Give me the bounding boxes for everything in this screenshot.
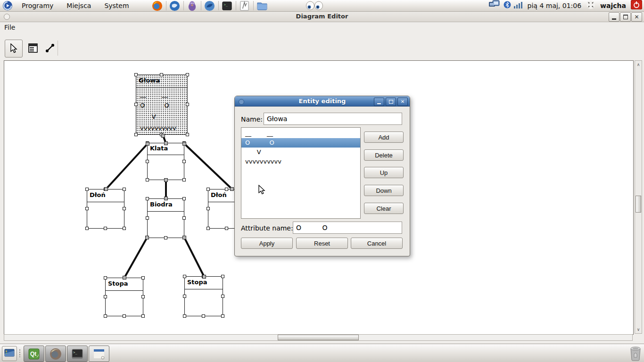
entity-klata[interactable]: Klata — [147, 143, 184, 180]
distro-menu-icon[interactable] — [2, 0, 13, 11]
selection-handle[interactable] — [85, 188, 89, 191]
selection-handle[interactable] — [160, 133, 163, 136]
entity-stopa-left[interactable]: Stopa — [105, 278, 143, 316]
selection-handle[interactable] — [146, 160, 149, 163]
selection-handle[interactable] — [104, 295, 107, 298]
selection-handle[interactable] — [164, 236, 167, 239]
menu-file[interactable]: File — [0, 22, 19, 33]
attribute-list-item[interactable]: __ __ — [241, 129, 360, 138]
dialog-minimize-button[interactable] — [374, 98, 384, 106]
task-qt-creator[interactable]: Qt — [24, 346, 44, 362]
connector-tool-button[interactable] — [41, 40, 58, 57]
apply-button[interactable]: Apply — [241, 238, 293, 249]
firefox-launcher-icon[interactable] — [152, 0, 163, 11]
pidgin-launcher-icon[interactable] — [187, 0, 198, 11]
add-button[interactable]: Add — [364, 132, 404, 143]
dialog-maximize-button[interactable] — [386, 98, 396, 106]
dialog-close-button[interactable]: ✕ — [397, 98, 408, 106]
username-label[interactable]: wajcha — [598, 2, 628, 9]
selection-handle[interactable] — [164, 141, 167, 145]
attribute-list-item[interactable]: vvvvvvvvvv — [241, 157, 360, 166]
attribute-list-item-selected[interactable]: O O — [241, 138, 360, 148]
selection-handle[interactable] — [186, 73, 189, 76]
selection-handle[interactable] — [160, 73, 163, 76]
selection-handle[interactable] — [182, 178, 186, 181]
vertical-scrollbar-thumb[interactable] — [636, 196, 641, 213]
terminal-launcher-icon[interactable]: >_ — [222, 0, 233, 11]
selection-handle[interactable] — [146, 178, 149, 181]
thunderbird-launcher-icon[interactable] — [169, 0, 181, 11]
window-titlebar[interactable]: Diagram Editor ✕ — [0, 11, 644, 22]
panel-menu-programy[interactable]: Programy — [15, 0, 60, 11]
selection-handle[interactable] — [123, 207, 126, 210]
task-firefox[interactable] — [45, 346, 66, 362]
selection-handle[interactable] — [134, 73, 138, 76]
entity-glowa[interactable]: Głowa __ __ O O V vvvvvvvvvv — [136, 74, 188, 135]
window-maximize-button[interactable] — [620, 12, 631, 22]
cancel-button[interactable]: Cancel — [351, 238, 403, 249]
selection-handle[interactable] — [141, 276, 145, 280]
trash-icon[interactable] — [628, 346, 643, 362]
signal-strength-icon[interactable] — [514, 1, 523, 10]
attribute-list[interactable]: __ __ O O V vvvvvvvvvv — [241, 127, 361, 219]
selection-handle[interactable] — [85, 227, 89, 230]
name-input[interactable] — [264, 113, 402, 125]
selection-handle[interactable] — [123, 276, 126, 280]
up-button[interactable]: Up — [364, 167, 404, 178]
selection-handle[interactable] — [85, 207, 89, 210]
task-diagram-editor[interactable] — [89, 346, 109, 362]
network-applet-icon[interactable] — [488, 0, 501, 11]
horizontal-scrollbar-thumb[interactable] — [278, 335, 359, 340]
scroll-up-arrow[interactable]: ∧ — [635, 61, 642, 68]
selection-handle[interactable] — [104, 188, 107, 191]
selection-handle[interactable] — [221, 275, 224, 278]
selection-handle[interactable] — [225, 227, 228, 230]
selection-handle[interactable] — [202, 275, 205, 278]
selection-handle[interactable] — [183, 314, 186, 318]
clear-button[interactable]: Clear — [364, 203, 404, 214]
selection-handle[interactable] — [146, 236, 149, 239]
show-desktop-button[interactable] — [2, 346, 17, 361]
selection-handle[interactable] — [221, 295, 224, 298]
selection-handle[interactable] — [206, 207, 210, 210]
attribute-name-input[interactable] — [293, 222, 402, 234]
selection-handle[interactable] — [164, 178, 167, 181]
entity-stopa-right[interactable]: Stopa — [184, 276, 223, 316]
attribute-list-item[interactable]: V — [241, 148, 360, 157]
selection-handle[interactable] — [182, 197, 186, 200]
delete-button[interactable]: Delete — [364, 149, 404, 161]
vertical-scrollbar[interactable]: ∧ ∨ — [635, 60, 642, 334]
window-minimize-button[interactable] — [609, 12, 619, 22]
panel-menu-miejsca[interactable]: Miejsca — [60, 0, 98, 11]
selection-handle[interactable] — [104, 314, 107, 318]
selection-handle[interactable] — [206, 227, 210, 230]
file-manager-launcher-icon[interactable] — [256, 0, 268, 11]
selection-handle[interactable] — [141, 295, 145, 298]
scroll-down-arrow[interactable]: ∨ — [635, 326, 642, 333]
selection-handle[interactable] — [221, 314, 224, 318]
selection-handle[interactable] — [202, 314, 205, 318]
selection-handle[interactable] — [186, 133, 189, 136]
screen-applet-icon[interactable] — [586, 0, 595, 11]
selection-handle[interactable] — [206, 188, 210, 191]
window-close-button[interactable]: ✕ — [631, 12, 642, 22]
selection-handle[interactable] — [104, 276, 107, 280]
power-button-icon[interactable] — [631, 0, 642, 11]
select-tool-button[interactable] — [5, 40, 23, 58]
selection-handle[interactable] — [134, 103, 138, 106]
selection-handle[interactable] — [141, 314, 145, 318]
entity-tool-button[interactable] — [25, 40, 41, 57]
reset-button[interactable]: Reset — [296, 238, 348, 249]
selection-handle[interactable] — [183, 275, 186, 278]
task-terminal[interactable]: >_ — [67, 346, 88, 362]
entity-biodra[interactable]: Biodra — [147, 198, 184, 238]
down-button[interactable]: Down — [364, 185, 404, 196]
selection-handle[interactable] — [225, 188, 228, 191]
entity-dlon-left[interactable]: Dłoń — [87, 189, 124, 229]
dialog-titlebar[interactable]: Entity editing ✕ — [235, 96, 410, 107]
taskbar-grip[interactable] — [19, 349, 21, 357]
selection-handle[interactable] — [183, 295, 186, 298]
amarok-launcher-icon[interactable] — [204, 0, 215, 11]
selection-handle[interactable] — [186, 103, 189, 106]
horizontal-scrollbar[interactable] — [4, 334, 633, 341]
